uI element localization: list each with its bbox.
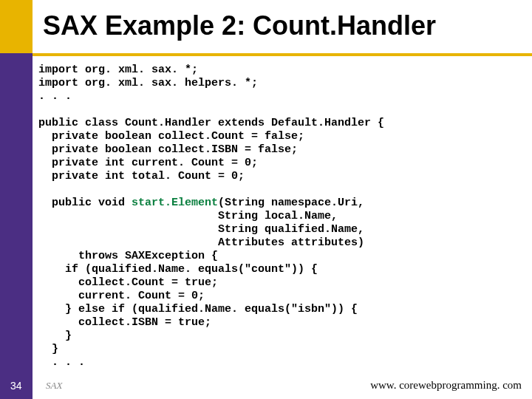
code-body: String local.Name, String qualified.Name…: [38, 210, 364, 369]
code-imports: import org. xml. sax. *; import org. xml…: [38, 64, 384, 183]
footer-left: SAX: [46, 380, 62, 392]
code-method-rest: (String namespace.Uri,: [218, 197, 364, 209]
slide-number: 34: [10, 380, 22, 392]
code-method-name: start.Element: [132, 197, 218, 209]
footer-url: www. corewebprogramming. com: [370, 379, 522, 392]
code-method-prefix: public void: [38, 197, 132, 209]
slide-title: SAX Example 2: Count.Handler: [43, 10, 436, 41]
title-underline: [33, 53, 532, 56]
left-accent-bar: [0, 0, 33, 399]
code-block: import org. xml. sax. *; import org. xml…: [38, 64, 384, 369]
